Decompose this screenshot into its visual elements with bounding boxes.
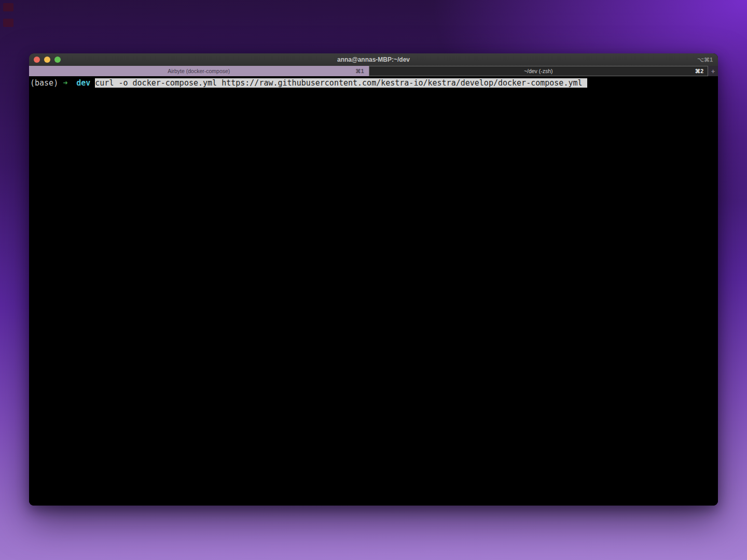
selected-command-text: curl -o docker-compose.yml https://raw.g… [95,78,587,88]
zoom-button[interactable] [54,57,61,63]
terminal-content[interactable]: (base)➜devcurl -o docker-compose.yml htt… [29,76,718,506]
conda-env-label: (base) [30,78,58,88]
window-titlebar[interactable]: anna@annas-MBP:~/dev ⌥⌘1 [29,53,718,66]
wallpaper-artifact [3,3,13,11]
window-shortcut-label: ⌥⌘1 [697,57,718,63]
tab-dev-zsh[interactable]: ~/dev (-zsh) ⌘2 [369,66,709,76]
close-button[interactable] [34,57,40,63]
tab-label: ~/dev (-zsh) [524,68,553,74]
window-title: anna@annas-MBP:~/dev [29,56,718,63]
tab-label: Airbyte (docker-compose) [168,68,230,74]
terminal-window: anna@annas-MBP:~/dev ⌥⌘1 Airbyte (docker… [29,53,718,506]
tab-shortcut-label: ⌘1 [355,68,364,74]
prompt-arrow: ➜ [63,78,67,88]
traffic-lights [29,57,61,63]
prompt-line: (base)➜devcurl -o docker-compose.yml htt… [30,78,717,89]
prompt-cwd: dev [76,78,90,88]
wallpaper-artifact [3,19,13,27]
minimize-button[interactable] [44,57,50,63]
new-tab-button[interactable]: + [708,66,718,76]
tab-airbyte-docker-compose[interactable]: Airbyte (docker-compose) ⌘1 [29,66,369,76]
tab-shortcut-label: ⌘2 [695,68,703,74]
tab-bar: Airbyte (docker-compose) ⌘1 ~/dev (-zsh)… [29,66,718,76]
